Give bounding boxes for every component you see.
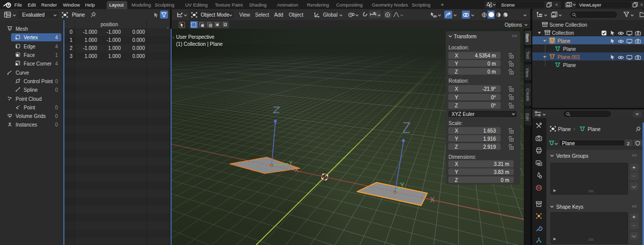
svg-text:Y: Y	[400, 181, 405, 189]
svg-text:X: X	[430, 196, 435, 204]
svg-text:Y: Y	[289, 160, 293, 166]
svg-text:X: X	[294, 166, 298, 173]
